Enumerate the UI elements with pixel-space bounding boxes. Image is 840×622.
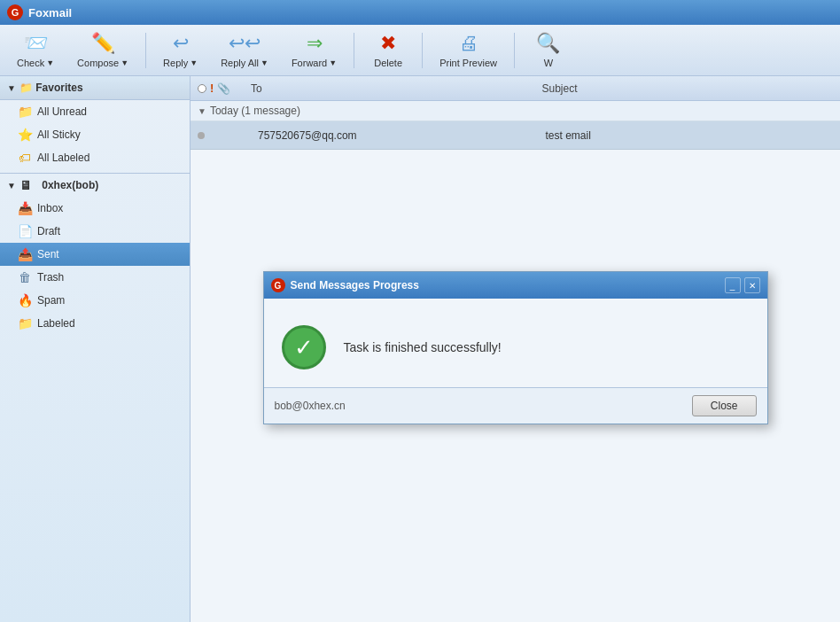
sidebar-item-all-sticky[interactable]: ⭐ All Sticky <box>0 123 190 146</box>
forward-button[interactable]: ⇒ Forward ▼ <box>282 28 346 73</box>
forward-icon: ⇒ <box>307 32 323 55</box>
title-bar: G Foxmail <box>0 0 840 25</box>
compose-icon: ✏️ <box>91 32 115 55</box>
compose-label: Compose <box>77 58 119 68</box>
reply-dropdown-arrow: ▼ <box>190 58 198 67</box>
sidebar-item-sent[interactable]: 📤 Sent <box>0 243 190 266</box>
reply-label: Reply <box>163 58 188 68</box>
forward-dropdown-arrow: ▼ <box>329 58 337 67</box>
print-icon: 🖨 <box>459 32 478 55</box>
all-unread-icon: 📁 <box>18 105 32 119</box>
favorites-label: Favorites <box>35 82 82 94</box>
sent-icon: 📤 <box>18 247 32 261</box>
dialog-body: ✓ Task is finished successfully! <box>264 299 767 387</box>
account-header[interactable]: ▼ 🖥 0xhex(bob) <box>0 174 190 197</box>
app-logo: G <box>7 4 23 20</box>
dialog-logo: G <box>271 278 285 292</box>
reply-all-icon: ↩↩ <box>229 32 261 55</box>
dialog-title: Send Messages Progress <box>291 279 419 292</box>
check-dropdown-arrow: ▼ <box>46 58 54 67</box>
forward-label: Forward <box>292 58 327 68</box>
toolbar-sep-3 <box>422 33 423 68</box>
draft-label: Draft <box>37 225 60 237</box>
sidebar-item-draft[interactable]: 📄 Draft <box>0 220 190 243</box>
send-progress-dialog: G Send Messages Progress _ ✕ ✓ Task <box>263 271 768 424</box>
print-preview-button[interactable]: 🖨 Print Preview <box>430 28 507 73</box>
labeled-label: Labeled <box>37 317 75 330</box>
labeled-icon: 📁 <box>18 316 32 330</box>
success-icon: ✓ <box>282 325 326 369</box>
reply-all-dropdown-arrow: ▼ <box>261 58 268 67</box>
dialog-minimize-button[interactable]: _ <box>725 277 741 293</box>
favorites-folder-icon: 📁 <box>19 82 33 94</box>
sent-label: Sent <box>37 248 59 260</box>
what-icon: 🔍 <box>536 32 560 55</box>
account-section: ▼ 🖥 0xhex(bob) 📥 Inbox 📄 Draft 📤 Sent 🗑 … <box>0 173 190 335</box>
print-preview-label: Print Preview <box>439 58 497 68</box>
dialog-close-action-button[interactable]: Close <box>692 395 757 416</box>
trash-icon: 🗑 <box>18 270 32 284</box>
dialog-title-bar: G Send Messages Progress _ ✕ <box>264 272 767 299</box>
toolbar-sep-2 <box>354 33 354 68</box>
check-icon: 📨 <box>24 32 48 55</box>
sidebar-item-trash[interactable]: 🗑 Trash <box>0 266 190 289</box>
toolbar-sep-1 <box>145 33 146 68</box>
account-icon: 🖥 <box>19 178 32 192</box>
sidebar: ▼ 📁 Favorites 📁 All Unread ⭐ All Sticky … <box>0 76 191 622</box>
favorites-arrow: ▼ <box>7 83 16 93</box>
inbox-icon: 📥 <box>18 201 32 215</box>
sidebar-item-labeled[interactable]: 📁 Labeled <box>0 312 190 335</box>
all-labeled-icon: 🏷 <box>18 151 32 165</box>
compose-button[interactable]: ✏️ Compose ▼ <box>67 28 138 73</box>
favorites-section-header[interactable]: ▼ 📁 Favorites <box>0 76 190 100</box>
account-label: 0xhex(bob) <box>42 179 98 191</box>
sidebar-item-all-unread[interactable]: 📁 All Unread <box>0 100 190 123</box>
reply-all-button[interactable]: ↩↩ Reply All ▼ <box>211 28 278 73</box>
dialog-close-button[interactable]: ✕ <box>744 277 760 293</box>
inbox-label: Inbox <box>37 202 63 214</box>
spam-icon: 🔥 <box>18 293 32 307</box>
trash-label: Trash <box>37 271 64 284</box>
toolbar: 📨 Check ▼ ✏️ Compose ▼ ↩ Reply ▼ ↩↩ Repl… <box>0 25 840 76</box>
reply-icon: ↩ <box>173 32 189 55</box>
dialog-account: bob@0xhex.cn <box>275 400 346 412</box>
check-button[interactable]: 📨 Check ▼ <box>7 28 64 73</box>
all-sticky-label: All Sticky <box>37 128 81 141</box>
compose-dropdown-arrow: ▼ <box>121 58 128 67</box>
dialog-footer: bob@0xhex.cn Close <box>264 387 767 424</box>
content-area: ! 📎 To Subject ▼ Today (1 message) 75752… <box>191 76 840 622</box>
all-unread-label: All Unread <box>37 105 87 118</box>
sidebar-item-spam[interactable]: 🔥 Spam <box>0 289 190 312</box>
check-label: Check <box>17 58 44 68</box>
reply-button[interactable]: ↩ Reply ▼ <box>153 28 207 73</box>
delete-button[interactable]: ✖ Delete <box>362 28 415 73</box>
toolbar-sep-4 <box>514 33 515 68</box>
draft-icon: 📄 <box>18 224 32 238</box>
all-labeled-label: All Labeled <box>37 152 89 164</box>
sidebar-item-inbox[interactable]: 📥 Inbox <box>0 197 190 220</box>
account-arrow: ▼ <box>7 181 16 190</box>
delete-icon: ✖ <box>380 32 396 55</box>
app-title: Foxmail <box>28 6 72 19</box>
spam-label: Spam <box>37 294 65 307</box>
sidebar-item-all-labeled[interactable]: 🏷 All Labeled <box>0 146 190 169</box>
what-button[interactable]: 🔍 W <box>522 28 575 73</box>
reply-all-label: Reply All <box>221 58 259 68</box>
all-sticky-icon: ⭐ <box>18 128 32 142</box>
dialog-message: Task is finished successfully! <box>344 340 502 354</box>
dialog-overlay: G Send Messages Progress _ ✕ ✓ Task <box>191 76 840 622</box>
what-label: W <box>544 58 553 68</box>
main-layout: ▼ 📁 Favorites 📁 All Unread ⭐ All Sticky … <box>0 76 840 622</box>
delete-label: Delete <box>374 58 402 68</box>
